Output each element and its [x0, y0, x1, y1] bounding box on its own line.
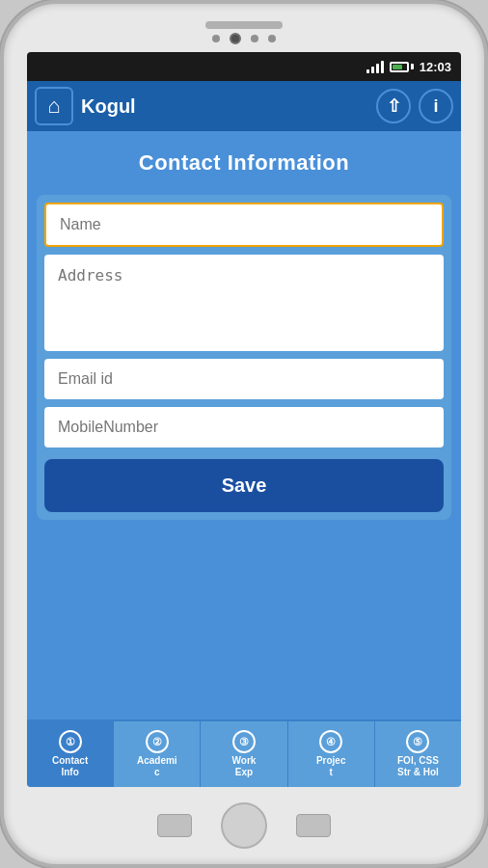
back-button[interactable] — [157, 814, 192, 837]
nav-number-4: ④ — [319, 730, 342, 753]
nav-number-1: ① — [59, 730, 82, 753]
home-button[interactable]: ⌂ — [35, 87, 73, 125]
battery-tip — [411, 64, 414, 69]
signal-bar-4 — [381, 61, 384, 73]
camera-sensor — [230, 33, 241, 44]
nav-item-contact[interactable]: ① ContactInfo — [27, 721, 114, 787]
nav-number-2: ② — [146, 730, 169, 753]
bottom-hardware-area — [4, 787, 484, 864]
speaker — [205, 21, 283, 29]
battery-icon — [390, 62, 414, 72]
nav-label-work: WorkExp — [232, 755, 257, 778]
form-card: Save — [37, 195, 451, 520]
info-icon: i — [433, 96, 438, 117]
nav-number-5: ⑤ — [406, 730, 429, 753]
top-sensors — [212, 33, 276, 44]
app-title: Kogul — [81, 95, 368, 118]
nav-label-academic: Academic — [137, 755, 177, 778]
signal-bar-2 — [371, 67, 374, 73]
name-input[interactable] — [44, 203, 444, 247]
signal-icon — [366, 60, 384, 73]
nav-label-contact: ContactInfo — [52, 755, 88, 778]
home-icon: ⌂ — [47, 94, 60, 119]
info-button[interactable]: i — [419, 89, 453, 123]
nav-item-academic[interactable]: ② Academic — [114, 721, 201, 787]
sensor-dot-3 — [268, 35, 276, 42]
email-input[interactable] — [44, 359, 444, 399]
nav-label-project: Project — [316, 755, 346, 778]
signal-bar-3 — [376, 64, 379, 73]
status-time: 12:03 — [420, 60, 451, 74]
home-hardware-button[interactable] — [221, 802, 267, 849]
nav-label-foi: FOI, CSSStr & Hol — [397, 755, 439, 778]
battery-body — [390, 62, 409, 72]
nav-number-3: ③ — [232, 730, 256, 753]
nav-item-work[interactable]: ③ WorkExp — [201, 721, 287, 787]
sensor-dot-2 — [251, 35, 258, 42]
share-icon: ⇧ — [387, 95, 401, 117]
main-content: Contact Information Save — [27, 131, 461, 719]
battery-fill — [393, 65, 403, 69]
address-input[interactable] — [44, 255, 444, 351]
app-header: ⌂ Kogul ⇧ i — [27, 81, 461, 131]
nav-item-foi[interactable]: ⑤ FOI, CSSStr & Hol — [375, 721, 461, 787]
mobile-input[interactable] — [44, 407, 444, 448]
nav-item-project[interactable]: ④ Project — [288, 721, 375, 787]
status-bar: 12:03 — [27, 52, 461, 81]
signal-bar-1 — [366, 69, 369, 73]
sensor-dot-1 — [212, 35, 220, 42]
menu-button[interactable] — [296, 814, 331, 837]
phone-frame: 12:03 ⌂ Kogul ⇧ i Contact Information — [0, 0, 488, 868]
share-button[interactable]: ⇧ — [376, 89, 411, 123]
save-button[interactable]: Save — [44, 459, 444, 512]
bottom-nav: ① ContactInfo ② Academic ③ WorkExp ④ Pro… — [27, 719, 461, 787]
screen: 12:03 ⌂ Kogul ⇧ i Contact Information — [27, 52, 461, 787]
page-title: Contact Information — [37, 141, 451, 187]
